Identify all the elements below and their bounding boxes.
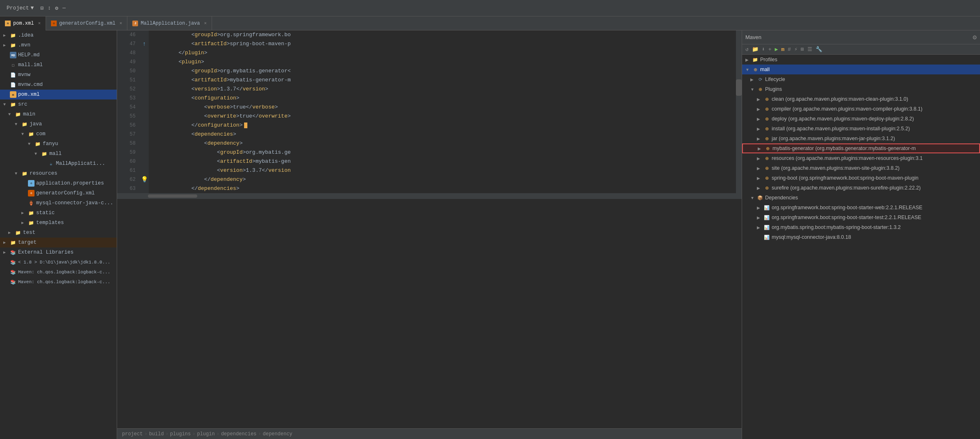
tree-label: .idea xyxy=(18,32,34,38)
tree-item-jdk[interactable]: 📚 < 1.8 > D:\D1\java\jdk\jdk1.8.0... xyxy=(0,257,117,267)
tree-item-test[interactable]: ▶ 📁 test xyxy=(0,228,117,238)
maven-item-spring-boot[interactable]: ▶ ⊕ spring-boot (org.springframework.boo… xyxy=(742,173,980,183)
tree-label: Maven: ch.qos.logback:logback-c... xyxy=(18,280,110,284)
tree-item-src[interactable]: ▼ 📁 src xyxy=(0,99,117,109)
tree-item-mvnw-cmd[interactable]: 📄 mvnw.cmd xyxy=(0,80,117,90)
iml-icon: ◻ xyxy=(10,62,16,68)
minimize-icon[interactable]: — xyxy=(62,5,66,11)
tree-item-java[interactable]: ▼ 📁 java xyxy=(0,119,117,129)
maven-item-mybatis-generator[interactable]: ▶ ⊕ mybatis-generator (org.mybatis.gener… xyxy=(742,143,980,153)
tree-item-mysql-connector[interactable]: 🏺 mysql-connector-java-c... xyxy=(0,198,117,208)
maven-add-icon[interactable]: + xyxy=(768,46,772,53)
maven-download-icon[interactable]: ⬇ xyxy=(762,46,765,53)
horizontal-scrollbar[interactable] xyxy=(117,193,742,199)
structure-icon[interactable]: ⊡ xyxy=(40,5,44,12)
plugin-icon: ⊕ xyxy=(763,135,770,142)
tree-item-static[interactable]: ▶ 📁 static xyxy=(0,208,117,218)
maven-item-spring-boot-web[interactable]: ▶ 📊 org.springframework.boot:spring-boot… xyxy=(742,203,980,213)
maven-item-plugins[interactable]: ▼ ⊕ Plugins xyxy=(742,84,980,94)
maven-item-mysql[interactable]: 📊 mysql:mysql-connector-java:8.0.18 xyxy=(742,232,980,242)
tree-item-mvn[interactable]: ▶ 📁 .mvn xyxy=(0,40,117,50)
tree-item-resources[interactable]: ▼ 📁 resources xyxy=(0,169,117,178)
tree-item-logback2[interactable]: 📚 Maven: ch.qos.logback:logback-c... xyxy=(0,277,117,287)
tree-item-idea[interactable]: ▶ 📁 .idea xyxy=(0,30,117,40)
maven-folder-icon[interactable]: 📁 xyxy=(752,46,759,53)
code-line-50: <groupId>org.mybatis.generator< xyxy=(153,67,736,76)
maven-item-install[interactable]: ▶ ⊕ install (org.apache.maven.plugins:ma… xyxy=(742,124,980,134)
maven-item-site[interactable]: ▶ ⊕ site (org.apache.maven.plugins:maven… xyxy=(742,163,980,173)
tree-item-mvnw[interactable]: 📄 mvnw xyxy=(0,70,117,80)
tree-label: mvnw.cmd xyxy=(18,82,43,88)
code-area: 46 47 48 49 50 51 52 53 54 55 56 57 58 5… xyxy=(117,30,742,193)
tree-item-pom-xml[interactable]: m pom.xml xyxy=(0,90,117,99)
maven-item-mall[interactable]: ▼ ⊕ mall xyxy=(742,65,980,74)
tree-item-main[interactable]: ▼ 📁 main xyxy=(0,109,117,119)
maven-arrow: ▼ xyxy=(750,87,755,92)
maven-item-jar[interactable]: ▶ ⊕ jar (org.apache.maven.plugins:maven-… xyxy=(742,134,980,143)
maven-item-surefire[interactable]: ▶ ⊕ surefire (org.apache.maven.plugins:m… xyxy=(742,183,980,193)
line-num-57: 57 xyxy=(117,130,136,139)
maven-item-profiles[interactable]: ▶ 📁 Profiles xyxy=(742,55,980,65)
tab-pom-xml[interactable]: m pom.xml × xyxy=(0,16,46,30)
tree-label: mvnw xyxy=(18,72,30,78)
editor-content[interactable]: 46 47 48 49 50 51 52 53 54 55 56 57 58 5… xyxy=(117,30,742,428)
maven-label: org.springframework.boot:spring-boot-sta… xyxy=(772,215,921,220)
maven-label: install (org.apache.maven.plugins:maven-… xyxy=(772,126,910,132)
maven-item-resources[interactable]: ▶ ⊕ resources (org.apache.maven.plugins:… xyxy=(742,153,980,163)
maven-wrench-icon[interactable]: 🔧 xyxy=(816,46,822,53)
maven-grid-icon[interactable]: ⊞ xyxy=(801,46,804,53)
maven-item-lifecycle[interactable]: ▶ ⟳ Lifecycle xyxy=(742,74,980,84)
maven-item-mybatis-spring[interactable]: ▶ 📊 org.mybatis.spring.boot:mybatis-spri… xyxy=(742,222,980,232)
tab-generator-config[interactable]: ⚙ generatorConfig.xml × xyxy=(46,16,127,30)
tree-item-target[interactable]: ▶ 📁 target xyxy=(0,238,117,247)
maven-arrow: ▶ xyxy=(757,176,762,180)
tree-item-application-properties[interactable]: ⚙ application.properties xyxy=(0,178,117,188)
settings-icon[interactable]: ⚙ xyxy=(55,5,58,12)
tree-item-logback1[interactable]: 📚 Maven: ch.qos.logback:logback-c... xyxy=(0,267,117,277)
tree-item-generator-config[interactable]: ⚙ generatorConfig.xml xyxy=(0,188,117,198)
line-num-54: 54 xyxy=(117,103,136,112)
dep-icon: 📊 xyxy=(763,204,770,211)
maven-lightning-icon[interactable]: ⚡ xyxy=(794,46,798,53)
line-num-58: 58 xyxy=(117,139,136,148)
maven-label: site (org.apache.maven.plugins:maven-sit… xyxy=(772,165,899,171)
tree-item-external-libraries[interactable]: ▶ 📚 External Libraries xyxy=(0,247,117,257)
tab-mall-application-close[interactable]: × xyxy=(204,21,207,26)
project-dropdown[interactable]: Project ▼ xyxy=(3,3,37,13)
maven-hash-icon[interactable]: # xyxy=(788,46,791,53)
xml-icon: ⚙ xyxy=(28,190,35,196)
folder-icon: 📁 xyxy=(28,131,35,137)
vertical-scrollbar[interactable] xyxy=(736,30,742,193)
nav-icon[interactable]: ↕ xyxy=(48,5,51,11)
tab-mall-application[interactable]: J MallApplication.java × xyxy=(127,16,212,30)
maven-item-clean[interactable]: ▶ ⊕ clean (org.apache.maven.plugins:mave… xyxy=(742,94,980,104)
line-num-56: 56 xyxy=(117,121,136,130)
maven-arrow: ▶ xyxy=(757,186,762,190)
tree-item-templates[interactable]: ▶ 📁 templates xyxy=(0,218,117,228)
code-line-59: <groupId>org.mybatis.ge xyxy=(153,148,736,157)
tree-item-mall-iml[interactable]: ◻ mall.iml xyxy=(0,60,117,70)
maven-item-deploy[interactable]: ▶ ⊕ deploy (org.apache.maven.plugins:mav… xyxy=(742,114,980,124)
tab-pom-xml-close[interactable]: × xyxy=(38,21,41,26)
maven-m-icon[interactable]: m xyxy=(781,46,784,53)
maven-item-spring-boot-test[interactable]: ▶ 📊 org.springframework.boot:spring-boot… xyxy=(742,213,980,222)
maven-label: Plugins xyxy=(765,86,782,92)
maven-list-icon[interactable]: ☰ xyxy=(807,46,812,53)
tab-generator-close[interactable]: × xyxy=(120,21,122,26)
code-line-62: </dependency> xyxy=(153,175,736,184)
project-tree-panel: ▶ 📁 .idea ▶ 📁 .mvn MD HELP.md ◻ mall.iml… xyxy=(0,30,117,439)
maven-refresh-icon[interactable]: ↺ xyxy=(745,46,749,53)
java-file-icon: ☕ xyxy=(48,160,54,167)
tree-item-help-md[interactable]: MD HELP.md xyxy=(0,50,117,60)
tree-item-mall[interactable]: ▼ 📁 mall xyxy=(0,149,117,159)
tree-item-com[interactable]: ▼ 📁 com xyxy=(0,129,117,139)
folder-icon: 📁 xyxy=(15,229,21,236)
maven-label: mybatis-generator (org.mybatis.generator… xyxy=(772,146,916,151)
maven-arrow: ▶ xyxy=(757,215,762,220)
maven-settings-icon[interactable]: ⚙ xyxy=(973,33,977,42)
maven-item-compiler[interactable]: ▶ ⊕ compiler (org.apache.maven.plugins:m… xyxy=(742,104,980,114)
tree-item-fanyu[interactable]: ▼ 📁 fanyu xyxy=(0,139,117,149)
maven-item-dependencies[interactable]: ▼ 📦 Dependencies xyxy=(742,193,980,203)
maven-run-icon[interactable]: ▶ xyxy=(775,46,778,53)
tree-item-mall-application[interactable]: ☕ MallApplicati... xyxy=(0,159,117,169)
